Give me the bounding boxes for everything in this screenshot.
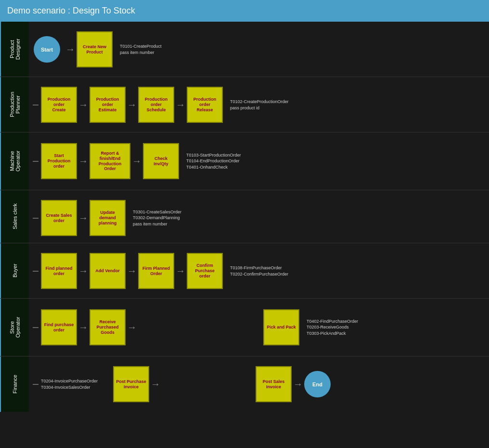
arrow-3a: →: [77, 156, 90, 167]
arrow-4a: →: [77, 212, 90, 224]
lane-sales-clerk: Sales clerk Create Salesorder → Updatede…: [0, 190, 489, 243]
node-find-purchase-order: Find purchaseorder: [41, 309, 77, 345]
app-title: Demo scenario : Design To Stock: [7, 6, 135, 16]
lane-label-production-planner: ProductionPlanner: [0, 77, 29, 132]
node-receive-purchased-goods: ReceivePurchasedGoods: [90, 309, 126, 345]
node-firm-planned-order: Firm PlannedOrder: [138, 253, 174, 289]
annotation-t0204: T0204-InvoicePurchaseOrderT0304-InvoiceS…: [41, 378, 108, 390]
lane-label-product-designer: ProductDesigner: [0, 22, 29, 77]
title-bar: Demo scenario : Design To Stock: [0, 0, 489, 22]
arrow-2a: →: [77, 99, 90, 110]
lane-product-designer: ProductDesigner Start → Create NewProduc…: [0, 22, 489, 77]
lane-production-planner: ProductionPlanner ProductionorderCreate …: [0, 77, 489, 132]
lane-label-finance: Finance: [0, 356, 29, 412]
arrow-7b: →: [292, 379, 304, 390]
lane-content-buyer: Find plannedorder → Add Vendor → Firm Pl…: [29, 243, 489, 299]
lane-content-product-designer: Start → Create NewProduct T0101-CreatePr…: [29, 22, 489, 77]
node-find-planned-order: Find plannedorder: [41, 253, 77, 289]
node-pick-and-pack: Pick and Pack: [263, 309, 299, 345]
node-start: Start: [34, 36, 60, 63]
lane-content-sales-clerk: Create Salesorder → Updatedemandplanning…: [29, 190, 489, 246]
lane-label-store-operator: StoreOperator: [0, 299, 29, 356]
node-end: End: [304, 371, 331, 397]
arrow-3b: →: [130, 156, 143, 167]
arrow-7a: →: [149, 379, 162, 390]
annotation-t0301: T0301-CreateSalesOrderT0302-DemandPlanni…: [133, 209, 181, 227]
node-add-vendor: Add Vendor: [90, 253, 126, 289]
annotation-t0402: T0402-FindPurchaseOrderT0203-ReceiveGood…: [307, 318, 358, 337]
lane-content-store-operator: Find purchaseorder → ReceivePurchasedGoo…: [29, 299, 489, 356]
arrow-2c: →: [174, 99, 187, 110]
arrow-2b: →: [126, 99, 138, 110]
node-start-production-order: StartProductionorder: [41, 143, 77, 179]
node-production-order-create: ProductionorderCreate: [41, 87, 77, 123]
annotation-t0103: T0103-StartProductionOrderT0104-EndProdu…: [186, 152, 241, 171]
arrow-5c: →: [174, 265, 187, 277]
node-confirm-purchase-order: ConfirmPurchaseorder: [187, 253, 223, 289]
arrow-6b: →: [126, 322, 138, 333]
lane-buyer: Buyer Find plannedorder → Add Vendor → F…: [0, 243, 489, 299]
node-post-purchase-invoice: Post PurchaseInvoice: [113, 366, 149, 402]
annotation-t0101: T0101-CreateProductpass item number: [120, 43, 162, 55]
arrow-5a: →: [77, 265, 90, 277]
lane-content-production-planner: ProductionorderCreate → ProductionorderE…: [29, 77, 489, 132]
lane-label-machine-operator: MachineOperator: [0, 132, 29, 190]
lane-label-sales-clerk: Sales clerk: [0, 190, 29, 243]
lane-store-operator: StoreOperator Find purchaseorder → Recei…: [0, 299, 489, 356]
node-check-inv-qty: CheckInv/Qty: [143, 143, 179, 179]
diagram-container: ProductDesigner Start → Create NewProduc…: [0, 22, 489, 448]
node-production-order-schedule: ProductionorderSchedule: [138, 87, 174, 123]
node-production-order-estimate: ProductionorderEstimate: [90, 87, 126, 123]
lane-content-machine-operator: StartProductionorder → Report &finish/En…: [29, 132, 489, 190]
arrow-5b: →: [126, 265, 138, 277]
diagram-area: ProductDesigner Start → Create NewProduc…: [0, 22, 489, 448]
arrow-6a: →: [77, 322, 90, 333]
lane-finance: Finance T0204-InvoicePurchaseOrderT0304-…: [0, 356, 489, 412]
lane-content-finance: T0204-InvoicePurchaseOrderT0304-InvoiceS…: [29, 356, 489, 412]
annotation-t0108: T0108-FirmPurchaseOrderT0202-ConfirmPurc…: [230, 265, 288, 277]
node-create-new-product: Create NewProduct: [77, 31, 113, 67]
node-production-order-release: ProductionorderRelease: [187, 87, 223, 123]
lane-machine-operator: MachineOperator StartProductionorder → R…: [0, 132, 489, 190]
node-create-sales-order: Create Salesorder: [41, 200, 77, 236]
node-report-finish-end: Report &finish/EndProductionOrder: [90, 143, 130, 179]
lane-label-buyer: Buyer: [0, 243, 29, 298]
node-update-demand-planning: Updatedemandplanning: [90, 200, 126, 236]
arrow-1: →: [64, 44, 77, 55]
node-post-sales-invoice: Post SalesInvoice: [256, 366, 292, 402]
annotation-t0102: T0102-CreateProductionOrderpass product …: [230, 99, 289, 111]
